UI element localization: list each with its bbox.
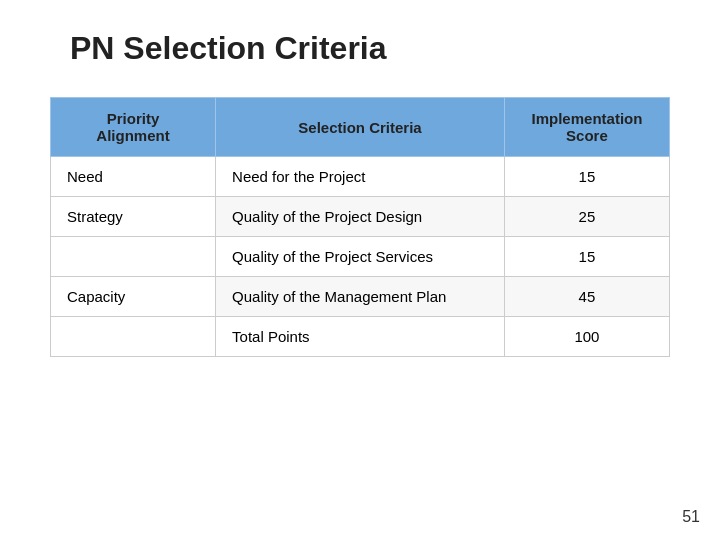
table-row: NeedNeed for the Project15 [51,157,670,197]
score-cell: 15 [504,237,669,277]
table-wrapper: PriorityAlignment Selection Criteria Imp… [50,97,670,357]
priority-header: PriorityAlignment [51,98,216,157]
priority-cell: Need [51,157,216,197]
slide-container: PN Selection Criteria PriorityAlignment … [0,0,720,540]
selection-criteria-table: PriorityAlignment Selection Criteria Imp… [50,97,670,357]
score-cell: 25 [504,197,669,237]
slide-title: PN Selection Criteria [70,30,387,67]
score-cell: 100 [504,317,669,357]
criteria-cell: Need for the Project [216,157,505,197]
criteria-cell: Quality of the Project Design [216,197,505,237]
criteria-cell: Quality of the Project Services [216,237,505,277]
criteria-cell: Total Points [216,317,505,357]
score-header: ImplementationScore [504,98,669,157]
priority-cell: Strategy [51,197,216,237]
table-row: Quality of the Project Services15 [51,237,670,277]
priority-cell: Capacity [51,277,216,317]
page-number: 51 [682,508,700,526]
priority-cell [51,317,216,357]
table-row: Total Points100 [51,317,670,357]
table-row: StrategyQuality of the Project Design25 [51,197,670,237]
table-row: CapacityQuality of the Management Plan45 [51,277,670,317]
score-cell: 15 [504,157,669,197]
table-header-row: PriorityAlignment Selection Criteria Imp… [51,98,670,157]
priority-cell [51,237,216,277]
criteria-cell: Quality of the Management Plan [216,277,505,317]
score-cell: 45 [504,277,669,317]
criteria-header: Selection Criteria [216,98,505,157]
